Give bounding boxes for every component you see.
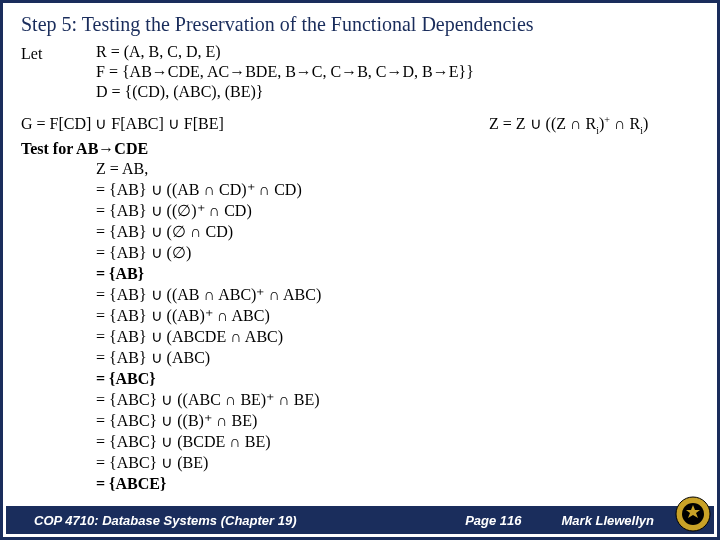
footer-center: Page 116 <box>425 513 561 528</box>
step-line: = {ABC} ∪ ((B)⁺ ∩ BE) <box>96 411 699 431</box>
let-f: F = {AB→CDE, AC→BDE, B→C, C→B, C→D, B→E}… <box>96 62 699 82</box>
g-z-row: G = F[CD] ∪ F[ABC] ∪ F[BE] Z = Z ∪ ((Z ∩… <box>21 114 699 137</box>
z-line: Z = Z ∪ ((Z ∩ Ri)+ ∩ Ri) <box>489 114 699 137</box>
step-line: = {ABC} ∪ ((ABC ∩ BE)⁺ ∩ BE) <box>96 390 699 410</box>
step-line: = {ABC} ∪ (BCDE ∩ BE) <box>96 432 699 452</box>
step-line: = {AB} ∪ ((∅)⁺ ∩ CD) <box>96 201 699 221</box>
step-line: = {AB} ∪ (∅) <box>96 243 699 263</box>
let-label: Let <box>21 42 96 102</box>
step-line: Z = AB, <box>96 159 699 179</box>
step-line: = {ABC} ∪ (BE) <box>96 453 699 473</box>
z-post: ∩ R <box>610 115 640 132</box>
let-body: R = (A, B, C, D, E) F = {AB→CDE, AC→BDE,… <box>96 42 699 102</box>
slide: Step 5: Testing the Preservation of the … <box>0 0 720 540</box>
footer-left: COP 4710: Database Systems (Chapter 19) <box>6 513 425 528</box>
slide-content: Let R = (A, B, C, D, E) F = {AB→CDE, AC→… <box>3 42 717 494</box>
step-line: = {ABC} <box>96 369 699 389</box>
step-line: = {AB} ∪ ((AB ∩ CD)⁺ ∩ CD) <box>96 180 699 200</box>
step-line: = {ABCE} <box>96 474 699 494</box>
step-line: = {AB} ∪ (∅ ∩ CD) <box>96 222 699 242</box>
step-line: = {AB} ∪ (ABC) <box>96 348 699 368</box>
ucf-logo <box>675 496 711 532</box>
g-line: G = F[CD] ∪ F[ABC] ∪ F[BE] <box>21 114 489 134</box>
step-line: = {AB} ∪ (ABCDE ∩ ABC) <box>96 327 699 347</box>
slide-title: Step 5: Testing the Preservation of the … <box>3 3 717 42</box>
z-end: ) <box>643 115 648 132</box>
step-line: = {AB} <box>96 264 699 284</box>
let-block: Let R = (A, B, C, D, E) F = {AB→CDE, AC→… <box>21 42 699 102</box>
step-line: = {AB} ∪ ((AB ∩ ABC)⁺ ∩ ABC) <box>96 285 699 305</box>
test-label: Test for AB→CDE <box>21 139 699 159</box>
steps: Z = AB,= {AB} ∪ ((AB ∩ CD)⁺ ∩ CD)= {AB} … <box>96 159 699 494</box>
z-pre: Z = Z ∪ ((Z ∩ R <box>489 115 596 132</box>
let-r: R = (A, B, C, D, E) <box>96 42 699 62</box>
step-line: = {AB} ∪ ((AB)⁺ ∩ ABC) <box>96 306 699 326</box>
let-d: D = {(CD), (ABC), (BE)} <box>96 82 699 102</box>
footer: COP 4710: Database Systems (Chapter 19) … <box>6 506 714 534</box>
